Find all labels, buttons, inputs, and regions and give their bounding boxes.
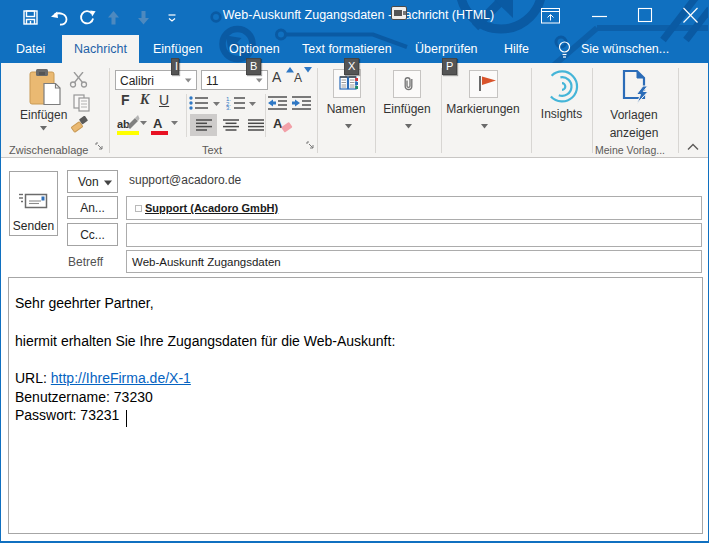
svg-text:3.: 3.: [226, 105, 231, 110]
